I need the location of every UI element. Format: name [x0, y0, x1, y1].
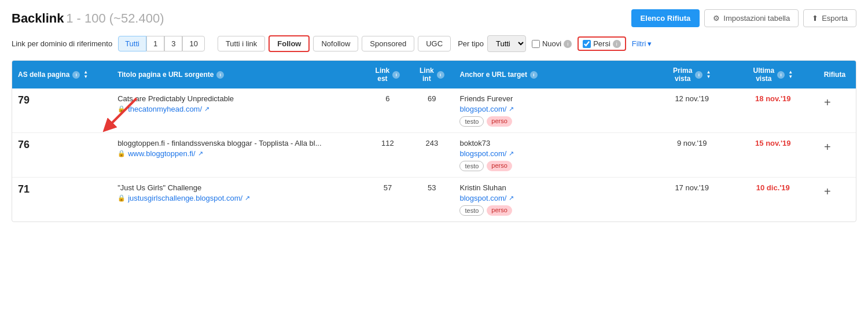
tag-perso: perso [487, 205, 512, 216]
row-as: 76 [12, 133, 112, 178]
impostazioni-tabella-button[interactable]: ⚙ Impostazioni tabella [704, 9, 799, 27]
row-ultima-vista: 15 nov.'19 [733, 133, 814, 178]
esporta-button[interactable]: ⬆ Esporta [803, 9, 856, 27]
row-title: "Just Us Girls" Challenge 🔒 justusgirlsc… [112, 178, 366, 222]
nuovi-checkbox[interactable] [532, 40, 540, 48]
th-prima[interactable]: Primavista i ▲ ▼ [652, 61, 733, 88]
row-anchor-url[interactable]: blogspot.com/ ↗ [459, 194, 645, 202]
th-linki: Linkint i [410, 61, 454, 88]
row-tags: testo perso [459, 205, 645, 216]
per-tipo-select[interactable]: Tutti [487, 35, 526, 52]
row-prima-vista: 17 nov.'19 [652, 178, 733, 222]
row-anchor-url[interactable]: blogspot.com/ ↗ [459, 149, 645, 158]
row-link-est: 6 [366, 88, 410, 133]
domain-filter-group: Tutti 1 3 10 [118, 36, 205, 51]
table-row: 71 "Just Us Girls" Challenge 🔒 justusgir… [12, 178, 856, 222]
tag-testo: testo [459, 116, 484, 127]
nuovi-label: Nuovi [542, 39, 561, 48]
row-title: bloggtoppen.fi - finlandssvenska bloggar… [112, 133, 366, 178]
filter-follow-btn[interactable]: Follow [269, 35, 310, 52]
filter-tutti-btn[interactable]: Tutti [118, 36, 146, 51]
nuovi-block: Nuovi i [532, 39, 572, 48]
row-ultima-vista: 18 nov.'19 [733, 88, 814, 133]
filtri-button[interactable]: Filtri ▾ [632, 39, 652, 48]
th-title-info[interactable]: i [216, 71, 224, 79]
persi-block: Persi i [578, 36, 626, 51]
row-ultima-vista: 10 dic.'19 [733, 178, 814, 222]
filter-3-btn[interactable]: 3 [164, 36, 182, 51]
filter-nofollow-btn[interactable]: Nofollow [313, 36, 358, 51]
lock-icon: 🔒 [117, 194, 126, 202]
add-to-rifiuta-button[interactable]: + [819, 94, 836, 110]
th-as-info[interactable]: i [72, 71, 80, 79]
row-link-int: 69 [410, 88, 454, 133]
row-page-url[interactable]: 🔒 thecatonmyhead.com/ ↗ [117, 105, 360, 113]
row-link-int: 53 [410, 178, 454, 222]
row-prima-vista: 12 nov.'19 [652, 88, 733, 133]
export-icon: ⬆ [812, 14, 818, 23]
add-to-rifiuta-button[interactable]: + [819, 183, 836, 200]
row-title: Cats are Predictably Unpredictable 🔒 the… [112, 88, 366, 133]
tag-perso: perso [487, 116, 512, 127]
filter-1-btn[interactable]: 1 [146, 36, 164, 51]
lock-icon: 🔒 [117, 150, 126, 157]
tag-testo: testo [459, 205, 484, 216]
persi-checkbox[interactable] [583, 40, 591, 48]
row-rifiuta: + [814, 133, 856, 178]
external-link-icon: ↗ [204, 105, 209, 113]
row-rifiuta: + [814, 178, 856, 222]
th-ultima-sort[interactable]: ▲ ▼ [788, 70, 793, 79]
external-link-icon: ↗ [509, 194, 514, 202]
th-prima-info[interactable]: i [695, 71, 703, 79]
th-as[interactable]: AS della pagina i ▲ ▼ [12, 61, 112, 88]
per-tipo-group: Per tipo Tutti [458, 35, 526, 52]
row-tags: testo perso [459, 116, 645, 127]
filter-sponsored-btn[interactable]: Sponsored [362, 36, 414, 51]
th-anchor: Anchor e URL target i [454, 61, 651, 88]
chevron-down-icon: ▾ [648, 39, 652, 48]
external-link-icon: ↗ [509, 105, 514, 113]
row-rifiuta: + [814, 88, 856, 133]
th-linke-info[interactable]: i [392, 71, 400, 79]
th-rifiuta: Rifiuta [814, 61, 856, 88]
row-link-est: 112 [366, 133, 410, 178]
th-linke: Linkest i [366, 61, 410, 88]
filter-bar: Link per dominio di riferimento Tutti 1 … [12, 35, 856, 52]
nuovi-info-icon[interactable]: i [564, 40, 572, 48]
th-as-sort[interactable]: ▲ ▼ [83, 70, 88, 79]
row-as: 71 [12, 178, 112, 222]
filter-ugc-btn[interactable]: UGC [418, 36, 451, 51]
row-anchor-url[interactable]: blogspot.com/ ↗ [459, 105, 645, 113]
th-ultima-info[interactable]: i [777, 71, 785, 79]
add-to-rifiuta-button[interactable]: + [819, 139, 836, 155]
th-title: Titolo pagina e URL sorgente i [112, 61, 366, 88]
th-ultima[interactable]: Ultimavista i ▲ ▼ [733, 61, 814, 88]
row-prima-vista: 9 nov.'19 [652, 133, 733, 178]
row-page-url[interactable]: 🔒 justusgirlschallenge.blogspot.com/ ↗ [117, 194, 360, 202]
lock-icon: 🔒 [117, 105, 126, 113]
external-link-icon: ↗ [245, 194, 250, 202]
table-wrap: AS della pagina i ▲ ▼ Titolo pagina e UR… [12, 60, 856, 222]
page-header: Backlink 1 - 100 (~52.400) Elenco Rifiut… [12, 9, 856, 27]
filter-label: Link per dominio di riferimento [12, 39, 112, 48]
filter-10-btn[interactable]: 10 [182, 36, 204, 51]
row-link-est: 57 [366, 178, 410, 222]
th-anchor-info[interactable]: i [530, 71, 538, 79]
row-tags: testo perso [459, 161, 645, 171]
th-linki-info[interactable]: i [437, 71, 444, 79]
row-anchor: boktok73 blogspot.com/ ↗ testo perso [454, 133, 651, 178]
page-title: Backlink 1 - 100 (~52.400) [12, 11, 164, 26]
tag-testo: testo [459, 161, 484, 171]
th-prima-sort[interactable]: ▲ ▼ [706, 70, 711, 79]
row-as: 79 [12, 88, 112, 133]
tag-perso: perso [487, 161, 512, 171]
table-row: 76 bloggtoppen.fi - finlandssvenska blog… [12, 133, 856, 178]
header-buttons: Elenco Rifiuta ⚙ Impostazioni tabella ⬆ … [631, 9, 856, 27]
row-page-url[interactable]: 🔒 www.bloggtoppen.fi/ ↗ [117, 149, 360, 158]
filter-tutti-i-link-btn[interactable]: Tutti i link [218, 36, 265, 51]
persi-label: Persi [593, 39, 610, 48]
persi-info-icon[interactable]: i [613, 40, 621, 48]
elenco-rifiuta-button[interactable]: Elenco Rifiuta [631, 9, 700, 27]
external-link-icon: ↗ [198, 150, 203, 157]
backlink-table: AS della pagina i ▲ ▼ Titolo pagina e UR… [12, 61, 856, 222]
